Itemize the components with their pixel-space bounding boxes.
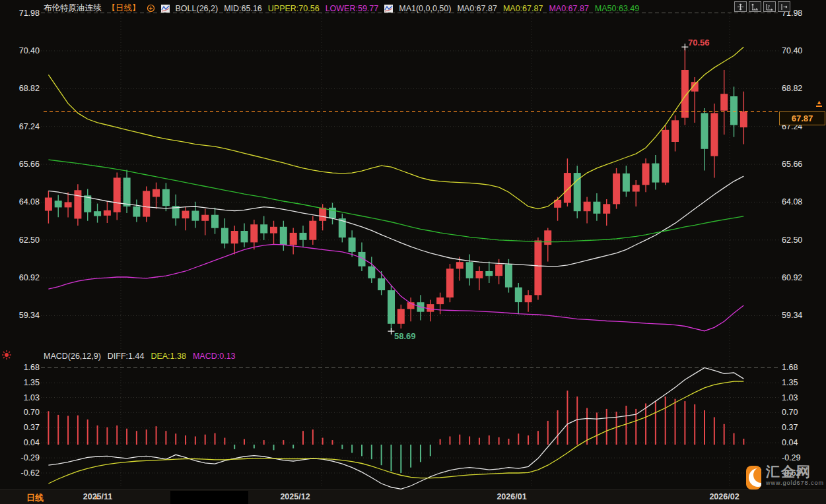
- x-axis-date: 2025/12: [280, 492, 310, 501]
- macd-plot-area[interactable]: [41, 362, 780, 488]
- logo-url: www.gold678.com: [766, 480, 824, 486]
- ma0-yellow-value: MA0:67.87: [503, 4, 543, 13]
- y-axis-label: 1.03: [782, 393, 798, 402]
- boll-label: BOLL(26,2): [176, 4, 219, 13]
- logo-icon: [746, 466, 761, 489]
- price-alert-icon[interactable]: ▲: [816, 100, 822, 107]
- x-axis-date: 2026/01: [497, 492, 526, 501]
- y-axis-label: 70.40: [1, 46, 40, 55]
- add-indicator-icon[interactable]: [147, 4, 155, 13]
- y-axis-label: 65.66: [1, 160, 40, 169]
- y-axis-label: 0.04: [1, 438, 40, 447]
- y-axis-label: 62.50: [782, 236, 802, 245]
- scale-y-axis-icon[interactable]: [749, 1, 761, 12]
- chart-header: 布伦特原油连续 【日线】 BOLL(26,2) MID:65.16 UPPER:…: [44, 3, 639, 14]
- y-axis-label: 1.03: [1, 393, 40, 402]
- macd-header: MACD(26,12,9) DIFF:1.44 DEA:1.38 MACD:0.…: [44, 352, 236, 361]
- y-axis-label: 60.92: [782, 273, 802, 282]
- low-annotation: 58.69: [394, 331, 416, 341]
- macd-value: MACD:0.13: [193, 352, 236, 361]
- main-plot-area[interactable]: [41, 12, 780, 345]
- y-axis-label: -0.29: [782, 453, 801, 462]
- watermark-logo: 汇金网 www.gold678.com: [746, 464, 824, 494]
- period-label: 【日线】: [108, 3, 141, 14]
- y-axis-label: 70.40: [782, 46, 802, 55]
- macd-diff-value: DIFF:1.44: [108, 352, 145, 361]
- ma0-white-value: MA0:67.87: [457, 4, 497, 13]
- ma0-magenta-value: MA0:67.87: [549, 4, 588, 13]
- macd-label: MACD(26,12,9): [44, 352, 101, 361]
- macd-dea-value: DEA:1.38: [151, 352, 186, 361]
- y-axis-label: 0.37: [782, 423, 798, 432]
- y-axis-label: 68.82: [1, 84, 40, 93]
- y-axis-label: 64.08: [1, 197, 40, 206]
- chart-toolbar: [734, 1, 790, 12]
- alert-burst-icon: [1, 350, 12, 363]
- ma-indicator-icon[interactable]: [384, 5, 393, 13]
- boll-mid-value: MID:65.16: [224, 4, 262, 13]
- scale-x-axis-icon[interactable]: [763, 1, 776, 12]
- y-axis-label: 59.34: [1, 311, 40, 320]
- boll-upper-value: UPPER:70.56: [268, 4, 320, 13]
- y-axis-label: 64.08: [782, 197, 802, 206]
- y-axis-label: 1.35: [1, 378, 40, 387]
- logo-name: 汇金网: [766, 464, 824, 480]
- symbol-name: 布伦特原油连续: [44, 3, 102, 14]
- y-axis-label: 62.50: [1, 236, 40, 245]
- bottom-time-bar: 日线 ▲ 2025/112025/122026/012026/02: [0, 489, 826, 504]
- y-axis-label: -0.29: [1, 453, 40, 462]
- y-axis-label: -0.62: [1, 468, 40, 478]
- y-axis-label: 59.34: [782, 311, 802, 320]
- boll-indicator-icon[interactable]: [161, 5, 170, 13]
- ma50-value: MA50:63.49: [595, 4, 639, 13]
- chart-canvas[interactable]: [0, 0, 826, 504]
- y-axis-label: 1.35: [782, 378, 798, 387]
- x-axis-date: 2025/11: [83, 492, 113, 501]
- y-axis-label: 0.70: [782, 408, 798, 417]
- high-annotation: 70.56: [688, 38, 710, 47]
- y-axis-label: 1.68: [1, 363, 40, 372]
- y-axis-label: 0.04: [782, 438, 798, 447]
- y-axis-label: 1.68: [782, 363, 798, 372]
- last-price-tag: 67.87: [779, 111, 825, 125]
- redaction-box: [170, 491, 248, 504]
- y-axis-label: 71.98: [1, 9, 40, 18]
- y-axis-label: 68.82: [782, 84, 802, 93]
- ma-settings-label: MA1(0,0,0,50): [399, 4, 451, 13]
- y-axis-label: 65.66: [782, 160, 802, 169]
- y-axis-label: 60.92: [1, 273, 40, 282]
- trading-app-window: 布伦特原油连续 【日线】 BOLL(26,2) MID:65.16 UPPER:…: [0, 0, 826, 504]
- y-axis-label: 67.24: [1, 122, 40, 131]
- shift-right-icon[interactable]: [778, 1, 790, 12]
- x-axis-date: 2026/02: [709, 492, 739, 501]
- move-icon[interactable]: [734, 1, 747, 12]
- y-axis-label: 0.37: [1, 423, 40, 432]
- boll-lower-value: LOWER:59.77: [326, 4, 379, 13]
- timeframe-selector[interactable]: 日线: [26, 492, 44, 504]
- y-axis-label: 0.70: [1, 408, 40, 417]
